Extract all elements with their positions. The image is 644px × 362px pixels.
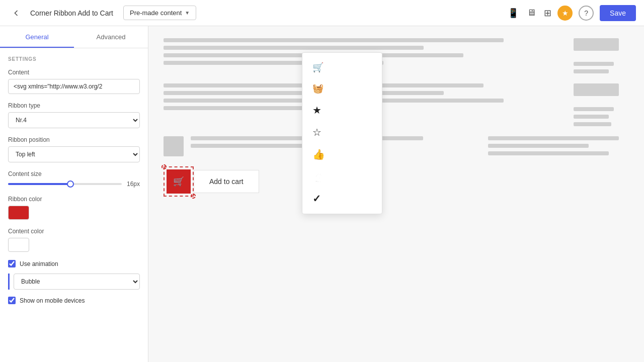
ribbon-container: 🛒 <box>164 166 194 197</box>
ribbon-position-field-group: Ribbon position Top left <box>8 136 140 162</box>
content-size-label: Content size <box>8 170 140 177</box>
mock-row-3 <box>164 136 629 156</box>
slider-thumb[interactable] <box>67 180 74 188</box>
mock-line <box>164 38 504 42</box>
mock-line <box>488 144 589 148</box>
ribbon-type-field-group: Ribbon type Nr.4 <box>8 102 140 128</box>
ribbon-dashed-outline: 🛒 <box>164 166 194 197</box>
dropdown-item-star-outline[interactable]: ☆ <box>302 121 382 143</box>
ribbon-color-swatch[interactable] <box>8 206 29 220</box>
content-size-slider-row: 16px <box>8 180 140 188</box>
content-color-field-group: Content color <box>8 228 140 252</box>
dropdown-item-basket[interactable]: 🧺 <box>302 78 382 99</box>
ribbon-color-field-group: Ribbon color <box>8 196 140 220</box>
page-title: Corner Ribbon Add to Cart <box>30 9 113 17</box>
star-filled-icon: ★ <box>312 104 321 116</box>
mock-line <box>574 69 609 73</box>
topbar: Corner Ribbon Add to Cart Pre-made conte… <box>0 0 644 26</box>
basket-icon: 🧺 <box>312 83 324 94</box>
tab-general[interactable]: General <box>0 26 74 48</box>
mock-line <box>488 136 619 140</box>
mock-line <box>574 62 614 66</box>
show-mobile-checkbox[interactable] <box>8 297 16 304</box>
content-input[interactable] <box>8 79 140 94</box>
show-mobile-row: Show on mobile devices <box>8 297 140 304</box>
animation-type-select[interactable]: Bubble <box>14 274 140 290</box>
content-size-field-group: Content size 16px <box>8 170 140 188</box>
star-outline-icon: ☆ <box>312 126 321 138</box>
mock-line <box>574 115 609 119</box>
settings-section: SETTINGS Content Ribbon type Nr.4 Ribbon… <box>0 48 148 318</box>
ribbon-position-select[interactable]: Top left <box>8 146 140 162</box>
sidebar: General Advanced SETTINGS Content Ribbon… <box>0 26 148 362</box>
content-color-swatch[interactable] <box>8 238 29 252</box>
tab-advanced[interactable]: Advanced <box>74 26 148 48</box>
ribbon-button[interactable]: 🛒 <box>167 169 191 194</box>
slider-track <box>8 183 122 185</box>
star-button[interactable]: ★ <box>557 6 573 21</box>
mock-line <box>164 46 424 50</box>
mock-line <box>574 122 611 126</box>
mock-line <box>574 83 619 96</box>
mock-line <box>574 107 614 111</box>
use-animation-row: Use animation <box>8 260 140 267</box>
content-field-group: Content <box>8 69 140 94</box>
add-to-cart-button[interactable]: Add to cart <box>194 170 259 193</box>
add-to-cart-row: 🛒 Add to cart <box>164 166 629 197</box>
ribbon-type-select[interactable]: Nr.4 <box>8 112 140 128</box>
content-color-label: Content color <box>8 228 140 235</box>
dropdown-item-star-filled[interactable]: ★ <box>302 99 382 121</box>
main-layout: General Advanced SETTINGS Content Ribbon… <box>0 26 644 362</box>
cart-ribbon-icon: 🛒 <box>173 176 184 187</box>
settings-section-label: SETTINGS <box>8 56 140 62</box>
mock-image <box>164 136 184 156</box>
checkmark-icon: ✓ <box>312 193 321 205</box>
mock-page: 🛒 Add to cart <box>148 26 644 209</box>
ribbon-color-label: Ribbon color <box>8 196 140 203</box>
slider-fill <box>8 183 70 185</box>
save-button[interactable]: Save <box>600 5 636 21</box>
pre-made-content-dropdown[interactable]: Pre-made content ▼ <box>123 6 196 20</box>
ribbon-type-label: Ribbon type <box>8 102 140 109</box>
mock-line <box>574 38 619 51</box>
use-animation-checkbox[interactable] <box>8 260 16 267</box>
dropdown-item-cart[interactable]: 🛒 <box>302 57 382 78</box>
thumbs-up-filled-icon: 👍 <box>312 148 325 160</box>
cart-icon: 🛒 <box>312 62 324 73</box>
desktop-icon[interactable]: 🖥 <box>527 8 536 18</box>
dropdown-item-thumbs-up-outline[interactable]: 👍 <box>302 165 382 188</box>
mobile-icon[interactable]: 📱 <box>508 8 519 19</box>
content-label: Content <box>8 69 140 76</box>
slider-value: 16px <box>127 180 140 188</box>
chevron-down-icon: ▼ <box>185 10 190 16</box>
dropdown-label: Pre-made content <box>130 9 182 17</box>
show-mobile-label: Show on mobile devices <box>20 297 85 304</box>
back-button[interactable] <box>8 5 24 21</box>
topbar-icons: 📱 🖥 ⊞ <box>508 8 551 19</box>
pre-made-content-dropdown-menu: 🛒 🧺 ★ ☆ 👍 👍 ✓ <box>302 52 382 214</box>
thumbs-up-outline-icon: 👍 <box>312 170 325 183</box>
use-animation-label: Use animation <box>20 260 58 267</box>
mock-row-1 <box>164 38 629 73</box>
mock-line <box>488 151 609 155</box>
dropdown-item-thumbs-up-filled[interactable]: 👍 <box>302 143 382 165</box>
animation-type-wrap: Bubble <box>8 274 140 290</box>
preview-area: 🛒 Add to cart 🛒 🧺 ★ ☆ 👍 <box>148 26 644 362</box>
dropdown-item-checkmark[interactable]: ✓ <box>302 188 382 210</box>
ribbon-position-label: Ribbon position <box>8 136 140 143</box>
tabs: General Advanced <box>0 26 148 48</box>
mock-row-2 <box>164 83 629 126</box>
fullscreen-icon[interactable]: ⊞ <box>544 8 551 19</box>
help-button[interactable]: ? <box>579 6 594 21</box>
